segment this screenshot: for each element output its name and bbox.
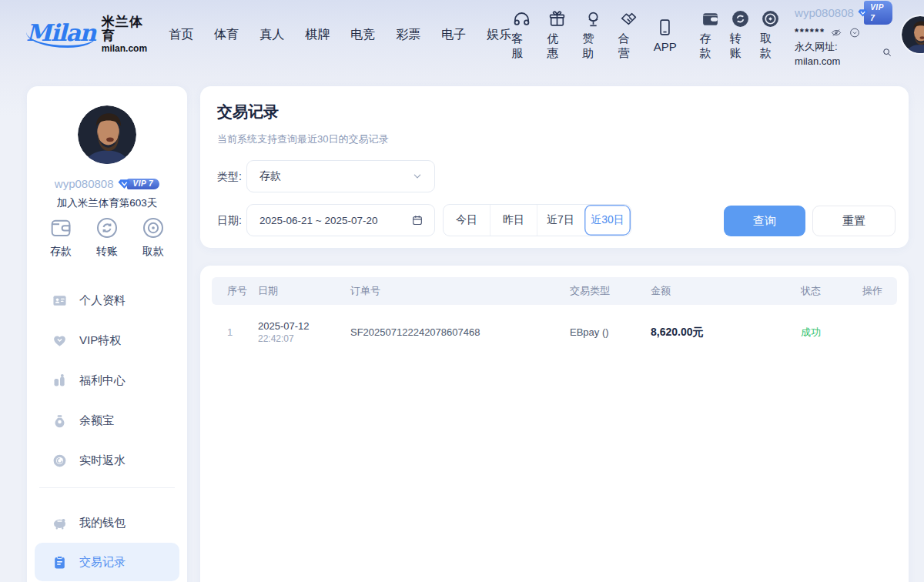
nav-item-entertainment[interactable]: 娱乐 [487, 27, 511, 43]
transfer-button[interactable]: 转账 [730, 8, 751, 61]
brand-logo[interactable]: Milan 米兰体育 milan.com [26, 15, 147, 55]
refresh-balance-icon[interactable] [849, 27, 862, 38]
sidebar-withdraw-button[interactable]: 取款 [141, 216, 166, 259]
search-button[interactable]: 查询 [724, 206, 805, 236]
cell-date-time: 22:42:07 [258, 333, 350, 344]
sidebar-item-rebate[interactable]: 实时返水 [27, 440, 187, 480]
sidebar-item-label: 交易记录 [79, 555, 126, 570]
header-right: 客服 优惠 赞助 合营 APP 存款 [511, 1, 924, 69]
nav-item-cards[interactable]: 棋牌 [305, 27, 330, 43]
sidebar-item-transaction-records[interactable]: 交易记录 [35, 543, 179, 581]
transfer-outline-icon [95, 216, 119, 240]
brand-name-cn: 米兰体育 [102, 15, 147, 44]
welfare-icon [52, 373, 68, 389]
sidebar-item-label: 实时返水 [79, 453, 126, 468]
sidebar-vip-level-label: VIP 7 [127, 179, 160, 189]
promotions-button[interactable]: 优惠 [547, 8, 567, 61]
customer-service-button[interactable]: 客服 [511, 8, 532, 61]
range-yesterday-button[interactable]: 昨日 [490, 205, 537, 236]
range-7days-button[interactable]: 近7日 [537, 205, 584, 236]
deposit-label: 存款 [700, 32, 721, 61]
deposit-button[interactable]: 存款 [700, 8, 721, 61]
table-header-row: 序号 日期 订单号 交易类型 金额 状态 操作 [212, 277, 897, 305]
id-card-icon [52, 293, 68, 309]
sidebar-item-label: VIP特权 [79, 333, 121, 348]
balance-row: ****** [795, 25, 892, 39]
sidebar-transfer-button[interactable]: 转账 [95, 216, 119, 259]
sidebar-withdraw-label: 取款 [142, 245, 164, 259]
customer-service-label: 客服 [511, 32, 532, 61]
transfer-icon [730, 8, 751, 29]
sidebar-menu: 个人资料 VIP特权 福利中心 余额宝 实时返水 [27, 280, 187, 480]
withdraw-button[interactable]: 取款 [760, 8, 781, 61]
chevron-down-icon [411, 170, 424, 182]
brand-logo-text: 米兰体育 milan.com [102, 15, 147, 55]
sidebar-deposit-button[interactable]: 存款 [49, 216, 73, 259]
rebate-ring-icon [52, 453, 68, 469]
range-30days-button[interactable]: 近30日 [584, 205, 631, 236]
brand-logo-script: Milan [26, 22, 95, 48]
transfer-label: 转账 [730, 32, 751, 61]
type-label: 类型: [217, 170, 242, 184]
sidebar-user-row: wyp080808 VIP 7 [27, 177, 187, 190]
sidebar-avatar-image [78, 105, 136, 164]
type-select[interactable]: 存款 [246, 160, 435, 192]
date-quick-ranges: 今日 昨日 近7日 近30日 [443, 204, 631, 236]
nav-item-live[interactable]: 真人 [259, 27, 284, 43]
sidebar-avatar[interactable] [78, 105, 136, 164]
calendar-icon [411, 214, 424, 226]
vip-level-label: VIP 7 [864, 1, 892, 25]
wallet-outline-icon [49, 216, 73, 240]
nav-item-lottery[interactable]: 彩票 [396, 27, 420, 43]
partnership-button[interactable]: 合营 [618, 8, 639, 61]
col-status: 状态 [801, 277, 862, 305]
sidebar-item-profile[interactable]: 个人资料 [27, 280, 187, 320]
cell-index: 1 [212, 305, 258, 355]
sidebar-item-my-wallet[interactable]: 我的钱包 [27, 503, 187, 543]
coin-outline-icon [141, 216, 166, 240]
col-type: 交易类型 [570, 277, 651, 305]
type-select-value: 存款 [259, 169, 281, 183]
table-row: 1 2025-07-12 22:42:07 SF2025071222420786… [212, 305, 897, 355]
eye-off-icon[interactable] [830, 27, 843, 38]
sidebar-divider [39, 487, 175, 488]
col-order-no: 订单号 [350, 277, 570, 305]
page-subtitle: 当前系统支持查询最近30日的交易记录 [217, 132, 388, 146]
sidebar-item-yuebao[interactable]: 余额宝 [27, 400, 187, 440]
col-date: 日期 [258, 277, 350, 305]
piggy-bank-icon [52, 515, 68, 531]
sidebar-deposit-label: 存款 [50, 245, 72, 259]
sidebar-wallet-menu: 我的钱包 交易记录 [27, 503, 187, 581]
coin-icon [760, 8, 781, 29]
app-download-button[interactable]: APP [654, 17, 677, 53]
sidebar-transfer-label: 转账 [96, 245, 118, 259]
sidebar-item-label: 福利中心 [79, 373, 126, 388]
col-index: 序号 [212, 277, 258, 305]
brand-domain: milan.com [102, 44, 147, 54]
promotions-label: 优惠 [547, 32, 567, 61]
sidebar-item-label: 个人资料 [79, 293, 126, 308]
date-range-value: 2025-06-21 ~ 2025-07-20 [259, 215, 378, 226]
profile-sidebar: wyp080808 VIP 7 加入米兰体育第603天 存款 转账 取款 [27, 86, 187, 582]
sidebar-item-vip[interactable]: VIP特权 [27, 320, 187, 360]
username: wyp080808 [795, 5, 854, 21]
nav-item-esports[interactable]: 电竞 [350, 27, 375, 43]
nav-item-sports[interactable]: 体育 [214, 27, 239, 43]
range-today-button[interactable]: 今日 [444, 205, 490, 236]
user-name-row: wyp080808 VIP 7 [795, 1, 892, 25]
sponsorship-button[interactable]: 赞助 [582, 8, 603, 61]
avatar-image [902, 16, 924, 53]
app-label: APP [654, 40, 677, 53]
nav-item-slots[interactable]: 电子 [441, 27, 466, 43]
sidebar-vip-badge: VIP 7 [118, 178, 160, 189]
withdraw-label: 取款 [760, 32, 781, 61]
user-avatar[interactable] [902, 16, 924, 53]
reset-button[interactable]: 重置 [812, 206, 896, 236]
date-range-input[interactable]: 2025-06-21 ~ 2025-07-20 [246, 204, 435, 236]
nav-item-home[interactable]: 首页 [169, 27, 193, 43]
sidebar-item-welfare[interactable]: 福利中心 [27, 360, 187, 400]
date-label: 日期: [217, 214, 242, 228]
magnifier-icon[interactable] [882, 47, 892, 62]
records-panel: 序号 日期 订单号 交易类型 金额 状态 操作 1 2025-07-12 22:… [200, 266, 909, 582]
vip-diamond-icon [858, 7, 868, 18]
